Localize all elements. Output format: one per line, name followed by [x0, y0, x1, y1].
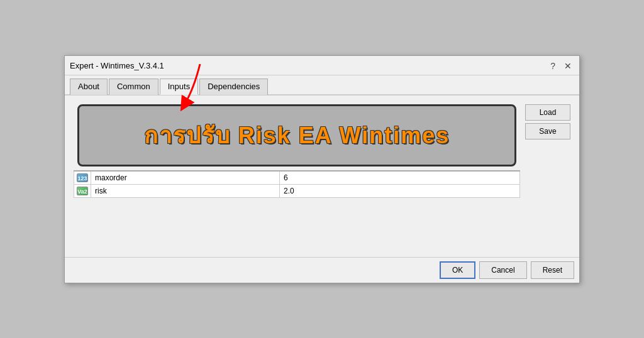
close-button[interactable]: ✕: [562, 60, 574, 72]
table-row: Va2 risk 2.0: [74, 184, 520, 197]
params-table: 123 maxorder 6 Va2 risk 2.0: [74, 170, 520, 198]
tabs-wrapper: About Common Inputs Dependencies: [65, 75, 579, 95]
tab-about[interactable]: About: [70, 79, 108, 95]
save-button[interactable]: Save: [525, 123, 570, 139]
num-icon: 123: [77, 173, 88, 182]
ok-button[interactable]: OK: [440, 261, 475, 279]
window-title: Expert - Wintimes_V.3.4.1: [70, 61, 164, 70]
var-icon: Va2: [77, 187, 88, 195]
param-name-cell: maxorder: [91, 171, 280, 185]
cancel-button[interactable]: Cancel: [479, 261, 526, 279]
table-row: 123 maxorder 6: [74, 171, 520, 185]
right-panel: Load Save: [524, 101, 574, 252]
empty-area: [74, 198, 520, 248]
tabs-bar: About Common Inputs Dependencies: [65, 75, 579, 95]
banner: การปรับ Risk EA Wintimes: [77, 104, 516, 166]
window-body: การปรับ Risk EA Wintimes 123 maxorder 6: [65, 95, 579, 257]
tab-dependencies[interactable]: Dependencies: [199, 79, 268, 95]
title-controls: ? ✕: [548, 60, 574, 72]
load-button[interactable]: Load: [525, 104, 570, 121]
left-panel: การปรับ Risk EA Wintimes 123 maxorder 6: [70, 101, 524, 252]
tab-common[interactable]: Common: [109, 79, 158, 95]
reset-button[interactable]: Reset: [531, 261, 574, 279]
tab-inputs[interactable]: Inputs: [160, 79, 198, 95]
main-layout: การปรับ Risk EA Wintimes 123 maxorder 6: [70, 101, 574, 252]
param-value-cell[interactable]: 6: [280, 171, 520, 185]
param-value-cell[interactable]: 2.0: [280, 184, 520, 197]
param-name-cell: risk: [91, 184, 280, 197]
bottom-bar: OK Cancel Reset: [65, 257, 579, 283]
main-window: Expert - Wintimes_V.3.4.1 ? ✕ About Comm…: [64, 55, 580, 283]
param-icon-cell: 123: [74, 171, 91, 185]
title-bar: Expert - Wintimes_V.3.4.1 ? ✕: [65, 56, 579, 75]
param-icon-cell: Va2: [74, 184, 91, 197]
help-button[interactable]: ?: [548, 60, 558, 72]
banner-text: การปรับ Risk EA Wintimes: [144, 123, 450, 148]
